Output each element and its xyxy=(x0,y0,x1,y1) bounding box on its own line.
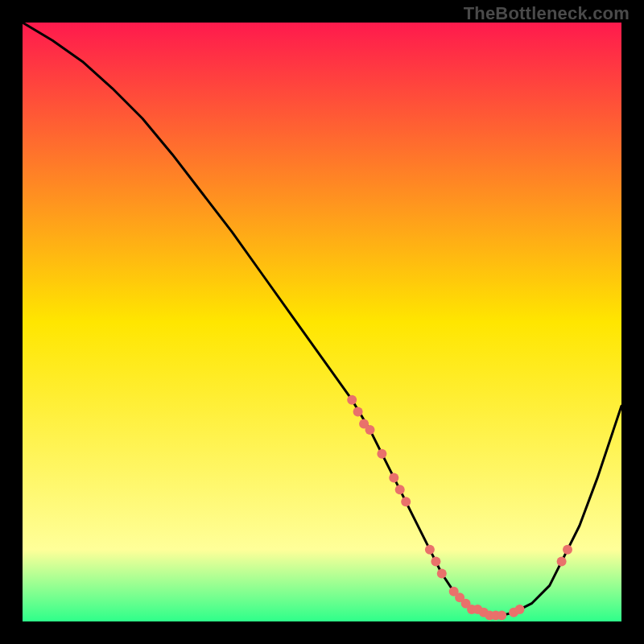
data-point xyxy=(377,449,386,459)
chart-container: TheBottleneck.com xyxy=(0,0,644,644)
plot-area xyxy=(23,23,621,621)
data-point xyxy=(497,611,506,621)
data-point xyxy=(365,425,375,435)
data-point xyxy=(425,545,435,555)
data-point xyxy=(395,485,405,494)
data-point xyxy=(347,395,357,405)
data-point xyxy=(389,473,398,482)
data-point xyxy=(563,545,572,555)
data-point xyxy=(401,497,411,506)
chart-svg xyxy=(23,23,621,621)
data-point xyxy=(431,557,440,567)
data-point xyxy=(515,605,525,614)
data-point xyxy=(353,407,363,417)
watermark-text: TheBottleneck.com xyxy=(464,3,630,24)
gradient-background xyxy=(23,23,621,621)
data-point xyxy=(437,569,447,579)
data-point xyxy=(557,557,567,567)
